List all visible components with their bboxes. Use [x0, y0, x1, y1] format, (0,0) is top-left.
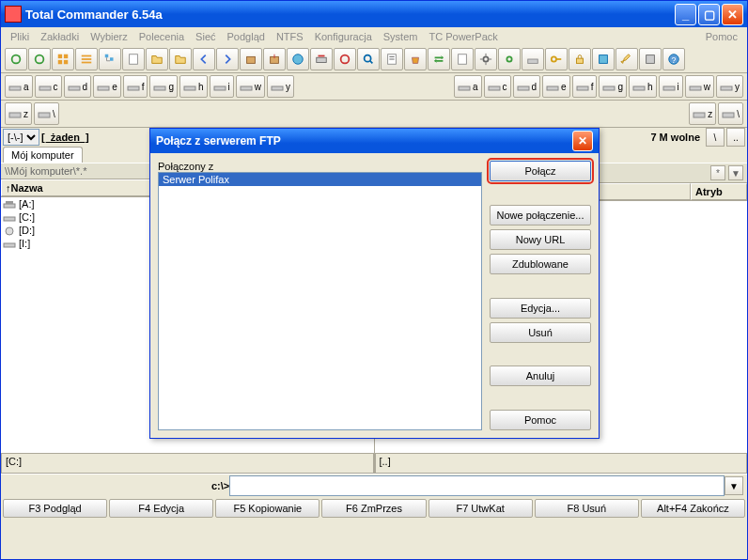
tool-fwd-icon[interactable]: [216, 48, 239, 70]
duplicate-button[interactable]: Zdublowane: [490, 254, 591, 274]
drive-c[interactable]: c: [35, 75, 62, 98]
svg-rect-35: [184, 86, 195, 90]
menu-ntfs[interactable]: NTFS: [271, 29, 309, 44]
drive-net-r[interactable]: \: [718, 102, 743, 125]
col-atryb[interactable]: Atryb: [691, 183, 747, 200]
menu-siec[interactable]: Sieć: [190, 29, 221, 44]
drive-w-r[interactable]: w: [685, 75, 714, 98]
drive-e-r[interactable]: e: [542, 75, 570, 98]
cancel-button[interactable]: Anuluj: [490, 366, 591, 386]
tool-edit-icon[interactable]: [381, 48, 403, 70]
tool-folder2-icon[interactable]: [169, 48, 192, 70]
drive-z[interactable]: z: [5, 102, 32, 125]
down-button[interactable]: ▼: [728, 165, 743, 180]
drive-g-r[interactable]: g: [599, 75, 627, 98]
tool-key-icon[interactable]: [545, 48, 568, 70]
tool-box-icon[interactable]: [639, 48, 662, 70]
maximize-button[interactable]: ▢: [698, 4, 720, 25]
tool-disconnect-icon[interactable]: [334, 48, 356, 70]
new-url-button[interactable]: Nowy URL: [490, 229, 591, 250]
root-button[interactable]: \: [706, 128, 725, 147]
menu-pliki[interactable]: Pliki: [5, 29, 35, 44]
drive-combo-left[interactable]: [-\-]: [3, 129, 39, 146]
f5-button[interactable]: F5 Kopiowanie: [215, 499, 319, 518]
drive-d[interactable]: d: [64, 75, 92, 98]
svg-rect-37: [241, 86, 252, 90]
svg-rect-7: [82, 58, 92, 60]
tool-sync-icon[interactable]: [428, 48, 450, 70]
connect-button[interactable]: Połącz: [490, 161, 591, 181]
f3-button[interactable]: F3 Podgląd: [3, 499, 107, 518]
function-bar: F3 Podgląd F4 Edycja F5 Kopiowanie F6 Zm…: [1, 497, 747, 520]
dialog-close-button[interactable]: ✕: [572, 131, 593, 151]
f6-button[interactable]: F6 ZmPrzes: [321, 499, 426, 518]
tool-back-icon[interactable]: [193, 48, 215, 70]
tab-moj-komputer[interactable]: Mój komputer: [3, 147, 83, 163]
minimize-button[interactable]: _: [675, 4, 696, 25]
tool-pencil-icon[interactable]: [616, 48, 638, 70]
menu-konfiguracja[interactable]: Konfiguracja: [309, 29, 378, 44]
tool-net-icon[interactable]: [287, 48, 309, 70]
tool-pack-icon[interactable]: [240, 48, 262, 70]
tool-bag-icon[interactable]: [404, 48, 427, 70]
tool-list-icon[interactable]: [75, 48, 98, 70]
tool-help-icon[interactable]: ?: [662, 48, 685, 70]
tool-ftp-icon[interactable]: [310, 48, 333, 70]
f4-button[interactable]: F4 Edycja: [109, 499, 213, 518]
drive-z-r[interactable]: z: [689, 102, 716, 125]
help-button[interactable]: Pomoc: [490, 410, 591, 430]
menu-pomoc[interactable]: Pomoc: [700, 29, 743, 44]
altf4-button[interactable]: Alt+F4 Zakończ: [641, 499, 745, 518]
tool-refresh-icon[interactable]: [5, 48, 27, 70]
tool-grid-icon[interactable]: [52, 48, 74, 70]
drive-h-r[interactable]: h: [629, 75, 657, 98]
command-input[interactable]: [229, 475, 725, 496]
delete-button[interactable]: Usuń: [490, 322, 591, 343]
list-item-selected[interactable]: Serwer Polifax: [159, 173, 481, 186]
star-button[interactable]: *: [710, 165, 725, 180]
tool-reload-icon[interactable]: [28, 48, 51, 70]
tool-book-icon[interactable]: [592, 48, 615, 70]
new-connection-button[interactable]: Nowe połączenie...: [490, 205, 591, 226]
up-button[interactable]: ..: [726, 128, 745, 147]
drive-h[interactable]: h: [179, 75, 208, 98]
menu-wybierz[interactable]: Wybierz: [85, 29, 133, 44]
drive-i[interactable]: i: [210, 75, 234, 98]
menu-polecenia[interactable]: Polecenia: [133, 29, 190, 44]
menu-zakladki[interactable]: Zakładki: [35, 29, 85, 44]
drive-e[interactable]: e: [93, 75, 121, 98]
tool-tree-icon[interactable]: [99, 48, 121, 70]
connection-list[interactable]: Serwer Polifax: [158, 172, 482, 430]
tool-doc-icon[interactable]: [122, 48, 145, 70]
tool-doc2-icon[interactable]: [451, 48, 474, 70]
tool-gear2-icon[interactable]: [498, 48, 521, 70]
drive-g[interactable]: g: [149, 75, 178, 98]
drive-f[interactable]: f: [123, 75, 148, 98]
drive-y[interactable]: y: [267, 75, 294, 98]
tool-unpack-icon[interactable]: [263, 48, 286, 70]
drive-net[interactable]: \: [34, 102, 59, 125]
drive-y-r[interactable]: y: [716, 75, 743, 98]
drive-a[interactable]: a: [5, 75, 33, 98]
menu-system[interactable]: System: [378, 29, 424, 44]
drivebar-left: acdefghiwyacdefghiwy: [1, 73, 747, 101]
tool-lock-icon[interactable]: [569, 48, 591, 70]
svg-rect-9: [105, 54, 109, 58]
drive-f-r[interactable]: f: [572, 75, 598, 98]
drive-i-r[interactable]: i: [659, 75, 683, 98]
menu-podglad[interactable]: Podgląd: [222, 29, 271, 44]
tool-folder-icon[interactable]: [146, 48, 168, 70]
tool-gear-icon[interactable]: [475, 48, 497, 70]
drive-a-r[interactable]: a: [454, 75, 482, 98]
edit-button[interactable]: Edycja...: [490, 298, 591, 319]
close-button[interactable]: ✕: [722, 4, 743, 25]
drive-c-r[interactable]: c: [484, 75, 511, 98]
f7-button[interactable]: F7 UtwKat: [429, 499, 533, 518]
menu-powerpack[interactable]: TC PowerPack: [423, 29, 503, 44]
drive-w[interactable]: w: [236, 75, 265, 98]
drive-d-r[interactable]: d: [513, 75, 541, 98]
tool-disk-icon[interactable]: [522, 48, 544, 70]
f8-button[interactable]: F8 Usuń: [535, 499, 639, 518]
cmd-dropdown[interactable]: ▼: [725, 476, 743, 495]
tool-search-icon[interactable]: [357, 48, 380, 70]
